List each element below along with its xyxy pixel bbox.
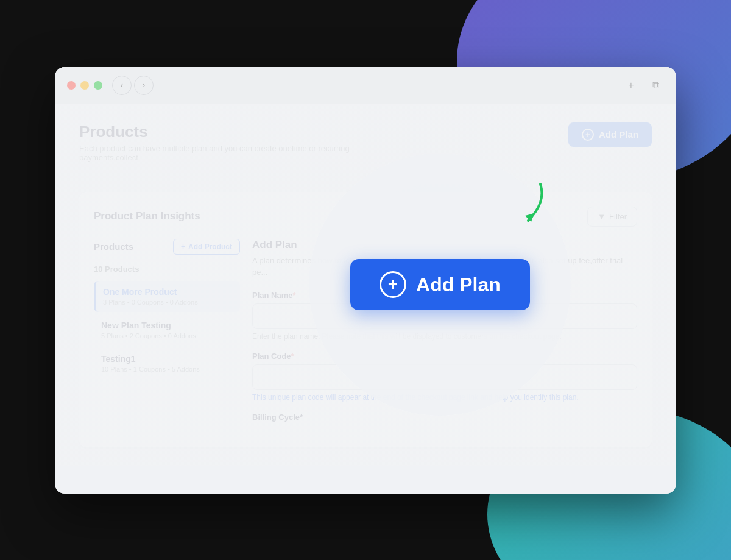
plan-name-hint: Enter the plan name. Please note that th… [252,332,637,341]
plan-code-input[interactable] [252,364,637,390]
filter-button[interactable]: ▼ Filter [587,207,637,227]
add-product-plus-icon: + [181,243,185,251]
product-item-name: Testing1 [101,354,233,364]
add-plan-header-button[interactable]: + Add Plan [568,122,652,147]
product-item-meta: 3 Plans • 0 Coupons • 0 Addons [103,299,233,306]
product-item-meta: 10 Plans • 1 Coupons • 5 Addons [101,366,233,373]
form-section-title: Add Plan [252,239,637,251]
product-item[interactable]: One More Product 3 Plans • 0 Coupons • 0… [94,281,240,312]
spotlight-plus-icon: + [380,271,406,298]
new-tab-button[interactable]: + [623,77,640,94]
plan-code-label: Plan Code* [252,352,637,361]
browser-window: ‹ › + ⧉ Products Each product can have m… [55,67,676,494]
billing-cycle-group: Billing Cycle* [252,413,637,422]
spotlight-btn-label: Add Plan [416,274,501,296]
add-plan-plus-icon: + [582,129,594,141]
page-title: Products [79,122,384,141]
page-title-block: Products Each product can have multiple … [79,122,384,162]
nav-back-button[interactable]: ‹ [112,76,132,95]
maximize-button[interactable] [94,81,102,90]
add-plan-header-label: Add Plan [599,129,638,140]
browser-chrome: ‹ › + ⧉ [55,67,676,104]
add-product-label: Add Product [188,243,232,251]
product-item[interactable]: New Plan Testing 5 Plans • 2 Coupons • 0… [94,314,240,346]
copy-button[interactable]: ⧉ [647,77,664,94]
nav-buttons: ‹ › [112,76,154,95]
nav-forward-button[interactable]: › [134,76,154,95]
header-divider [79,177,652,177]
plan-code-hint: This unique plan code will appear at the… [252,393,637,402]
products-column: Products + Add Product 10 Products One M… [94,239,240,433]
page-header: Products Each product can have multiple … [79,122,652,162]
products-count: 10 Products [94,264,240,274]
close-button[interactable] [67,81,76,90]
traffic-lights [67,81,102,90]
plan-code-group: Plan Code* This unique plan code will ap… [252,352,637,402]
main-panel: Product Plan Insights ▼ Filter Products … [79,192,652,447]
product-item-name: One More Product [103,287,233,297]
products-col-header: Products + Add Product [94,239,240,255]
page-subtitle: Each product can have multiple plan and … [79,144,384,162]
minimize-button[interactable] [80,81,89,90]
product-item-meta: 5 Plans • 2 Coupons • 0 Addons [101,332,233,339]
billing-cycle-label: Billing Cycle* [252,413,637,422]
browser-actions: + ⧉ [623,77,664,94]
products-column-title: Products [94,241,133,252]
filter-label: Filter [609,212,627,221]
product-item-name: New Plan Testing [101,321,233,330]
filter-icon: ▼ [598,212,606,221]
page-content: Products Each product can have multiple … [55,104,676,466]
add-product-button[interactable]: + Add Product [173,239,240,255]
spotlight-add-plan-button[interactable]: + Add Plan [350,259,530,310]
panel-title: Product Plan Insights [94,210,200,222]
product-item[interactable]: Testing1 10 Plans • 1 Coupons • 5 Addons [94,348,240,379]
panel-header: Product Plan Insights ▼ Filter [94,207,637,227]
